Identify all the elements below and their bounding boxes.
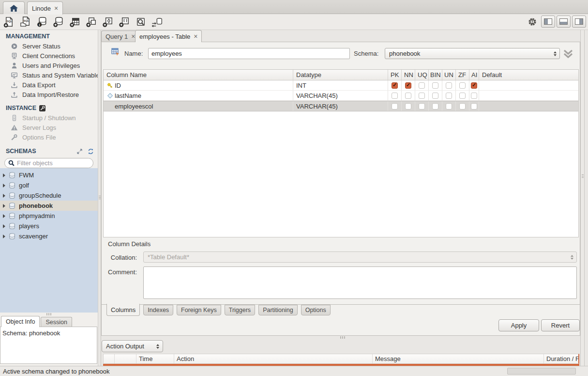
col-header-ai[interactable]: AI <box>469 70 479 80</box>
sidebar-item-options-file[interactable]: Options File <box>0 132 98 142</box>
col-header-column-name[interactable]: Column Name <box>104 70 293 80</box>
checkbox-zf[interactable] <box>456 80 469 90</box>
open-sql-file-button[interactable]: SQL <box>19 16 32 29</box>
checkbox-uq[interactable] <box>415 91 429 100</box>
col-header-zf[interactable]: ZF <box>456 70 469 80</box>
col-header-pk[interactable]: PK <box>388 70 402 80</box>
new-view-button[interactable] <box>85 16 98 29</box>
new-table-button[interactable] <box>68 16 81 29</box>
tab-foreign-keys[interactable]: Foreign Keys <box>177 305 221 315</box>
sidebar-item-data-export[interactable]: Data Export <box>0 80 98 90</box>
checkbox-zf[interactable] <box>456 101 469 111</box>
toggle-output-button[interactable] <box>557 16 571 28</box>
expander-icon[interactable] <box>3 204 5 208</box>
sidebar-item-data-import[interactable]: Data Import/Restore <box>0 90 98 99</box>
column-default[interactable] <box>479 101 578 111</box>
expand-header-icon[interactable] <box>562 49 574 59</box>
expander-icon[interactable] <box>3 194 5 198</box>
checkbox-nn[interactable] <box>402 91 415 100</box>
checkbox-ai[interactable] <box>469 91 479 100</box>
new-function-button[interactable] <box>118 16 131 29</box>
tab-object-info[interactable]: Object Info <box>1 316 40 327</box>
checkbox-bin[interactable] <box>429 91 442 100</box>
checkbox-pk[interactable] <box>388 80 402 90</box>
column-default[interactable] <box>479 80 578 90</box>
checkbox-uq[interactable] <box>415 101 429 111</box>
checkbox-pk[interactable] <box>388 91 402 100</box>
tab-query-1[interactable]: Query 1× <box>101 31 139 42</box>
new-procedure-button[interactable] <box>101 16 114 29</box>
editor-output-splitter[interactable] <box>340 336 345 339</box>
expander-icon[interactable] <box>3 224 5 228</box>
apply-button[interactable]: Apply <box>498 319 539 331</box>
tab-indexes[interactable]: Indexes <box>143 305 173 315</box>
tab-triggers[interactable]: Triggers <box>225 305 255 315</box>
checkbox-pk[interactable] <box>388 101 402 111</box>
main-right-splitter[interactable] <box>580 30 585 366</box>
collation-select[interactable]: *Table Default* <box>143 251 577 263</box>
schema-select[interactable]: phonebook <box>385 48 560 59</box>
schema-filter-input[interactable] <box>17 159 85 167</box>
schema-item-players[interactable]: players <box>0 221 98 231</box>
col-header-nn[interactable]: NN <box>402 70 415 80</box>
expand-schemas-icon[interactable] <box>76 148 83 155</box>
tab-options[interactable]: Options <box>301 305 331 315</box>
checkbox-bin[interactable] <box>429 80 442 90</box>
sidebar-main-splitter[interactable] <box>98 30 101 366</box>
col-header-un[interactable]: UN <box>442 70 456 80</box>
new-schema-button[interactable] <box>52 16 65 29</box>
db-info-button[interactable]: i <box>35 16 48 29</box>
new-sql-file-button[interactable]: SQL <box>2 16 15 29</box>
schema-item-phpmyadmin[interactable]: phpmyadmin <box>0 211 98 221</box>
checkbox-un[interactable] <box>442 80 456 90</box>
output-col-time[interactable]: Time <box>136 354 174 363</box>
column-row-employeescol[interactable]: employeescol VARCHAR(45) <box>104 101 578 111</box>
checkbox-un[interactable] <box>442 101 456 111</box>
schema-item-groupschedule[interactable]: groupSchedule <box>0 190 98 201</box>
comment-textarea[interactable] <box>143 266 577 299</box>
expander-icon[interactable] <box>3 173 5 177</box>
search-objects-button[interactable] <box>134 16 147 29</box>
toggle-secondary-sidebar-button[interactable] <box>572 16 586 28</box>
sidebar-item-users-privileges[interactable]: Users and Privileges <box>0 61 98 70</box>
schema-item-phonebook[interactable]: phonebook <box>0 201 98 211</box>
sidebar-item-client-connections[interactable]: Client Connections <box>0 51 98 61</box>
col-header-uq[interactable]: UQ <box>415 70 429 80</box>
checkbox-bin[interactable] <box>429 101 442 111</box>
checkbox-zf[interactable] <box>456 91 469 100</box>
updates-indicator[interactable] <box>528 17 537 28</box>
column-default[interactable] <box>479 91 578 100</box>
col-header-bin[interactable]: BIN <box>429 70 442 80</box>
revert-button[interactable]: Revert <box>541 319 580 331</box>
refresh-schemas-icon[interactable] <box>88 148 94 155</box>
output-col-duration[interactable]: Duration / Fetch <box>543 354 578 363</box>
home-tab[interactable] <box>3 1 25 14</box>
output-col-action[interactable]: Action <box>174 354 372 363</box>
sidebar-splitter[interactable] <box>0 313 98 316</box>
expander-icon[interactable] <box>3 235 5 238</box>
tab-partitioning[interactable]: Partitioning <box>258 305 298 315</box>
sync-db-button[interactable] <box>151 16 164 29</box>
column-row-lastname[interactable]: lastName VARCHAR(45) <box>104 91 578 101</box>
checkbox-un[interactable] <box>442 91 456 100</box>
sidebar-item-status-variables[interactable]: Status and System Variables <box>0 70 98 80</box>
tab-columns[interactable]: Columns <box>106 304 140 316</box>
checkbox-nn[interactable] <box>402 101 415 111</box>
col-header-default[interactable]: Default <box>479 70 578 80</box>
checkbox-uq[interactable] <box>415 80 429 90</box>
sidebar-item-startup-shutdown[interactable]: Startup / Shutdown <box>0 113 98 123</box>
tab-employees-table[interactable]: employees - Table× <box>135 30 202 42</box>
output-col-message[interactable]: Message <box>372 354 543 363</box>
connection-tab[interactable]: Linode × <box>27 1 63 15</box>
table-name-input[interactable] <box>148 48 350 59</box>
checkbox-ai[interactable] <box>469 101 479 111</box>
expander-icon[interactable] <box>3 184 5 188</box>
col-header-datatype[interactable]: Datatype <box>293 70 388 80</box>
checkbox-ai[interactable] <box>469 80 479 90</box>
schema-item-fwm[interactable]: FWM <box>0 170 98 180</box>
sidebar-item-server-status[interactable]: Server Status <box>0 41 98 51</box>
output-selector[interactable]: Action Output <box>102 340 163 352</box>
column-row-id[interactable]: ID INT <box>104 80 578 91</box>
schema-item-golf[interactable]: golf <box>0 180 98 190</box>
sidebar-item-server-logs[interactable]: Server Logs <box>0 123 98 132</box>
